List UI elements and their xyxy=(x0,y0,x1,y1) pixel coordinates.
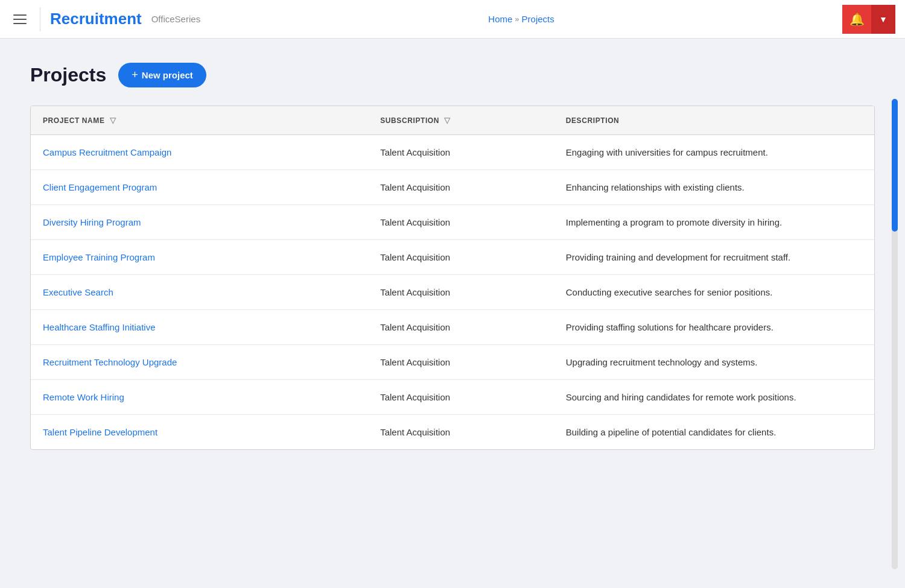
project-name-link[interactable]: Recruitment Technology Upgrade xyxy=(43,357,177,367)
hamburger-menu[interactable] xyxy=(10,11,30,28)
cell-description: Upgrading recruitment technology and sys… xyxy=(554,345,874,380)
cell-subscription: Talent Acquisition xyxy=(368,345,554,380)
project-name-link[interactable]: Client Engagement Program xyxy=(43,182,157,192)
cell-subscription: Talent Acquisition xyxy=(368,380,554,415)
table-row: Executive SearchTalent AcquisitionConduc… xyxy=(31,275,874,310)
notifications-button[interactable]: 🔔 xyxy=(842,5,871,34)
cell-subscription: Talent Acquisition xyxy=(368,415,554,450)
scrollbar-track[interactable] xyxy=(892,99,898,569)
project-name-link[interactable]: Healthcare Staffing Initiative xyxy=(43,322,156,332)
breadcrumb-separator: » xyxy=(515,14,519,24)
cell-subscription: Talent Acquisition xyxy=(368,135,554,170)
projects-table: PROJECT NAME ▽ SUBSCRIPTION ▽ DESCRIPTIO… xyxy=(31,106,874,449)
scrollbar-thumb[interactable] xyxy=(892,99,898,232)
bell-icon: 🔔 xyxy=(849,12,865,27)
cell-project-name: Diversity Hiring Program xyxy=(31,205,368,240)
cell-project-name: Client Engagement Program xyxy=(31,170,368,205)
col-header-name: PROJECT NAME ▽ xyxy=(31,106,368,135)
main-content: Projects + New project PROJECT NAME ▽ xyxy=(0,39,905,474)
breadcrumb-current: Projects xyxy=(522,14,554,24)
cell-project-name: Remote Work Hiring xyxy=(31,380,368,415)
cell-project-name: Executive Search xyxy=(31,275,368,310)
header-right: 🔔 ▼ xyxy=(842,5,895,34)
project-name-link[interactable]: Executive Search xyxy=(43,287,113,297)
col-name-label: PROJECT NAME xyxy=(43,116,105,125)
header-center: Home » Projects xyxy=(200,14,842,24)
cell-description: Conducting executive searches for senior… xyxy=(554,275,874,310)
app-header: Recruitment OfficeSeries Home » Projects… xyxy=(0,0,905,39)
breadcrumb-home-link[interactable]: Home xyxy=(488,14,512,24)
cell-description: Providing training and development for r… xyxy=(554,240,874,275)
table-row: Recruitment Technology UpgradeTalent Acq… xyxy=(31,345,874,380)
brand-subtitle: OfficeSeries xyxy=(151,14,200,24)
project-name-link[interactable]: Diversity Hiring Program xyxy=(43,217,141,227)
breadcrumb: Home » Projects xyxy=(488,14,554,24)
col-header-description: DESCRIPTION xyxy=(554,106,874,135)
filter-name-icon[interactable]: ▽ xyxy=(110,116,116,125)
cell-subscription: Talent Acquisition xyxy=(368,310,554,345)
cell-subscription: Talent Acquisition xyxy=(368,275,554,310)
header-left: Recruitment OfficeSeries xyxy=(10,7,200,31)
cell-description: Enhancing relationships with existing cl… xyxy=(554,170,874,205)
col-sub-label: SUBSCRIPTION xyxy=(380,116,439,125)
project-name-link[interactable]: Talent Pipeline Development xyxy=(43,427,157,437)
cell-project-name: Talent Pipeline Development xyxy=(31,415,368,450)
user-dropdown-button[interactable]: ▼ xyxy=(871,5,895,34)
cell-subscription: Talent Acquisition xyxy=(368,205,554,240)
project-name-link[interactable]: Campus Recruitment Campaign xyxy=(43,147,171,157)
table-row: Campus Recruitment CampaignTalent Acquis… xyxy=(31,135,874,170)
cell-project-name: Healthcare Staffing Initiative xyxy=(31,310,368,345)
table-row: Client Engagement ProgramTalent Acquisit… xyxy=(31,170,874,205)
cell-project-name: Campus Recruitment Campaign xyxy=(31,135,368,170)
new-project-label: New project xyxy=(142,70,193,80)
cell-project-name: Employee Training Program xyxy=(31,240,368,275)
cell-subscription: Talent Acquisition xyxy=(368,170,554,205)
cell-description: Providing staffing solutions for healthc… xyxy=(554,310,874,345)
project-name-link[interactable]: Employee Training Program xyxy=(43,252,155,262)
table-row: Diversity Hiring ProgramTalent Acquisiti… xyxy=(31,205,874,240)
new-project-button[interactable]: + New project xyxy=(118,63,206,87)
col-desc-label: DESCRIPTION xyxy=(566,116,620,125)
plus-icon: + xyxy=(132,69,138,81)
table-body: Campus Recruitment CampaignTalent Acquis… xyxy=(31,135,874,450)
cell-description: Engaging with universities for campus re… xyxy=(554,135,874,170)
col-header-subscription: SUBSCRIPTION ▽ xyxy=(368,106,554,135)
cell-description: Sourcing and hiring candidates for remot… xyxy=(554,380,874,415)
table-row: Talent Pipeline DevelopmentTalent Acquis… xyxy=(31,415,874,450)
cell-project-name: Recruitment Technology Upgrade xyxy=(31,345,368,380)
projects-table-container: PROJECT NAME ▽ SUBSCRIPTION ▽ DESCRIPTIO… xyxy=(30,106,875,450)
cell-description: Building a pipeline of potential candida… xyxy=(554,415,874,450)
project-name-link[interactable]: Remote Work Hiring xyxy=(43,392,124,402)
table-row: Employee Training ProgramTalent Acquisit… xyxy=(31,240,874,275)
cell-description: Implementing a program to promote divers… xyxy=(554,205,874,240)
header-divider xyxy=(40,7,40,31)
cell-subscription: Talent Acquisition xyxy=(368,240,554,275)
chevron-down-icon: ▼ xyxy=(879,14,888,24)
brand-title: Recruitment xyxy=(50,10,142,28)
table-header: PROJECT NAME ▽ SUBSCRIPTION ▽ DESCRIPTIO… xyxy=(31,106,874,135)
page-title-row: Projects + New project xyxy=(30,63,875,87)
table-row: Healthcare Staffing InitiativeTalent Acq… xyxy=(31,310,874,345)
page-title: Projects xyxy=(30,64,106,86)
filter-sub-icon[interactable]: ▽ xyxy=(444,116,451,125)
table-row: Remote Work HiringTalent AcquisitionSour… xyxy=(31,380,874,415)
